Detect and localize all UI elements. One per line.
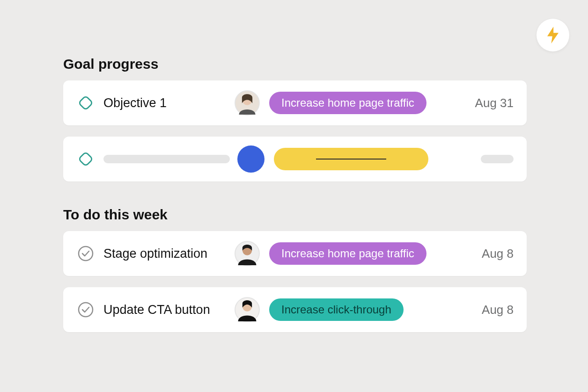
task-tag[interactable]: Increase home page traffic [269,242,426,265]
task-check-icon[interactable] [76,300,95,319]
goal-progress-section: Goal progress Objective 1 Increase home … [63,56,527,181]
lightning-icon [546,27,560,44]
goal-diamond-icon [76,150,95,168]
placeholder-tag-text [316,159,386,160]
placeholder-tag [274,148,428,170]
placeholder-avatar [237,145,265,173]
placeholder-title [103,155,230,163]
goal-date: Aug 31 [464,96,514,110]
task-row[interactable]: Update CTA button Increase click-through… [63,287,527,332]
task-title: Stage optimization [103,247,235,261]
task-tag[interactable]: Increase click-through [269,298,404,321]
section-title-goals: Goal progress [63,56,527,72]
task-date: Aug 8 [470,303,514,317]
task-check-icon[interactable] [76,244,95,263]
section-title-todo: To do this week [63,207,527,223]
todo-section: To do this week Stage optimization Incre… [63,207,527,332]
placeholder-date [481,155,514,163]
task-date: Aug 8 [470,247,514,261]
svg-point-4 [79,247,93,261]
avatar[interactable] [235,297,260,322]
goal-tag[interactable]: Increase home page traffic [269,92,426,114]
svg-rect-3 [79,152,93,167]
task-row[interactable]: Stage optimization Increase home page tr… [63,231,527,276]
lightning-action-button[interactable] [537,19,569,51]
task-title: Update CTA button [103,303,235,317]
avatar[interactable] [235,90,260,116]
goal-diamond-icon [76,94,95,112]
goal-row-placeholder [63,137,527,181]
svg-rect-0 [79,96,93,110]
goal-row[interactable]: Objective 1 Increase home page traffic A… [63,80,527,125]
goal-title: Objective 1 [103,96,235,110]
dashboard-content: Goal progress Objective 1 Increase home … [63,56,527,343]
svg-point-7 [79,303,93,317]
avatar[interactable] [235,241,260,266]
